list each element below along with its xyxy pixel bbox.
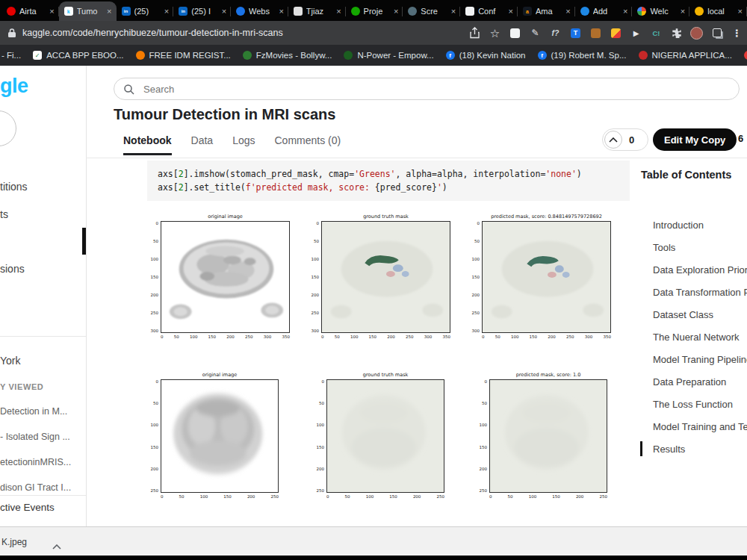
sidebar-nav-item[interactable]: titions [0, 181, 28, 193]
tab-close-icon[interactable]: × [163, 7, 170, 16]
y-tick-label: 100 [317, 423, 325, 427]
y-tick-label: 0 [485, 379, 488, 384]
browser-tab[interactable]: in(25) I× [173, 1, 231, 21]
browser-tab[interactable]: Proje× [346, 1, 403, 21]
toc-item[interactable]: Data Transformation Pip [653, 287, 747, 298]
recently-viewed-item[interactable]: - Isolated Sign ... [0, 432, 70, 442]
tab-close-icon[interactable]: × [679, 7, 686, 16]
more-icon[interactable]: ⋮ [729, 25, 745, 41]
sidebar-item[interactable]: York [0, 355, 21, 367]
recently-viewed-item[interactable]: etectioninMRIS... [0, 457, 71, 467]
toc-item[interactable]: Results [653, 444, 685, 455]
y-tick-label: 0 [322, 379, 325, 384]
browser-tab[interactable]: Webs× [231, 1, 288, 21]
shield-extension-icon[interactable] [608, 25, 624, 41]
plot-area [321, 221, 450, 333]
y-axis-ticks: 050100150200250300 [149, 221, 161, 333]
upvote-control[interactable]: 0 [602, 128, 648, 151]
notebook-tab-notebook[interactable]: Notebook [123, 134, 172, 155]
bookmark-item[interactable]: ✓ACCA BPP EBOO... [33, 51, 123, 60]
download-file-label[interactable]: K.jpeg [1, 537, 27, 547]
bookmark-star-icon[interactable]: ☆ [487, 25, 503, 41]
recently-viewed-item[interactable]: dison GI Tract I... [0, 482, 71, 493]
browser-tab[interactable]: Tjiaz× [288, 1, 346, 21]
tab-close-icon[interactable]: × [220, 7, 228, 16]
bookmark-item[interactable]: NIGERIA APPLICA... [639, 51, 732, 60]
notebook-tab-data[interactable]: Data [191, 134, 214, 155]
browser-tab[interactable]: Welc× [632, 1, 689, 21]
toc-item[interactable]: Model Traning Pipeline ( [653, 354, 747, 365]
tab-title: Tumo [77, 7, 102, 16]
tab-close-icon[interactable]: × [335, 7, 342, 16]
notebook-tab-logs[interactable]: Logs [232, 134, 255, 155]
extensions-puzzle-icon[interactable] [669, 25, 684, 41]
tab-overview-icon[interactable] [709, 25, 725, 41]
bookmark-item[interactable]: f(19) Robert M. Sp... [538, 51, 627, 60]
create-button[interactable] [0, 111, 16, 146]
download-expand-icon[interactable] [52, 539, 61, 553]
eraser-extension-icon[interactable] [507, 25, 523, 41]
x-axis-ticks: 050100150200250300350 [321, 335, 450, 339]
browser-tab[interactable]: Airta× [1, 1, 59, 21]
toc-item[interactable]: The Nueral Network [653, 332, 740, 343]
browser-tab[interactable]: in(25)× [117, 1, 174, 21]
x-tick-label: 50 [174, 335, 179, 339]
toc-item[interactable]: The Loss Function [653, 399, 733, 410]
tab-close-icon[interactable]: × [506, 7, 514, 16]
fx-extension-icon[interactable]: f? [548, 25, 563, 41]
edit-my-copy-button[interactable]: Edit My Copy [653, 128, 737, 151]
bookmark-item[interactable]: N-Power - Empow... [344, 51, 433, 60]
tab-close-icon[interactable]: × [450, 7, 457, 16]
address-url[interactable]: kaggle.com/code/henrychibueze/tumour-det… [22, 28, 283, 38]
tab-close-icon[interactable]: × [622, 7, 629, 16]
upvote-button[interactable] [604, 131, 622, 149]
play-extension-icon[interactable]: ▶ [628, 25, 644, 41]
browser-tab[interactable]: aAma× [518, 1, 575, 21]
translate-extension-icon[interactable]: T [568, 25, 583, 41]
recently-viewed-item[interactable]: Detection in M... [0, 406, 67, 417]
x-tick-label: 0 [321, 335, 324, 339]
y-tick-label: 200 [472, 293, 480, 297]
plot-area [161, 221, 290, 333]
profile-avatar[interactable] [689, 25, 704, 41]
sidebar-nav-item[interactable]: ts [0, 208, 8, 220]
browser-tab[interactable]: local× [689, 1, 747, 21]
pencil-extension-icon[interactable]: ✎ [527, 25, 543, 41]
bookmark-item[interactable]: - Fi... [1, 51, 21, 60]
share-icon[interactable] [467, 25, 483, 41]
browser-tab[interactable]: Scre× [403, 1, 460, 21]
toc-item[interactable]: Data Exploration Prior to [653, 264, 747, 276]
notebook-tab-comments-0[interactable]: Comments (0) [275, 134, 341, 155]
site-security-icon[interactable] [7, 28, 16, 38]
browser-tab[interactable]: Conf× [460, 1, 518, 21]
sidebar-nav-item[interactable]: sions [0, 263, 25, 275]
search-bar[interactable] [114, 78, 740, 100]
tab-close-icon[interactable]: × [105, 7, 113, 16]
matplotlib-figure: predicted mask, score: 1.005010015020025… [477, 372, 607, 499]
cast-extension-icon[interactable]: C! [648, 25, 664, 41]
toc-item[interactable]: Tools [653, 242, 675, 253]
y-tick-label: 100 [480, 423, 488, 427]
tab-close-icon[interactable]: × [564, 7, 571, 16]
bookmark-item[interactable]: FzMovies - Bollyw... [243, 51, 332, 60]
tab-close-icon[interactable]: × [277, 7, 285, 16]
toc-item[interactable]: Introduction [653, 220, 704, 231]
tab-close-icon[interactable]: × [392, 7, 400, 16]
sidebar-item-active-events[interactable]: ctive Events [0, 502, 55, 513]
browser-tab[interactable]: Add× [575, 1, 633, 21]
tab-close-icon[interactable]: × [48, 7, 55, 16]
bookmark-item[interactable]: [PDF] Microsof... [744, 51, 747, 60]
kaggle-logo[interactable]: gle [0, 75, 28, 98]
y-tick-label: 50 [482, 401, 487, 405]
toc-item[interactable]: Data Preparation [653, 376, 726, 388]
bookmark-item[interactable]: FREE IDM REGIST... [136, 51, 231, 60]
search-input[interactable] [142, 83, 698, 96]
toc-item[interactable]: Dataset Class [653, 309, 713, 320]
browser-tab[interactable]: kTumo× [59, 1, 117, 21]
y-tick-label: 100 [472, 257, 480, 261]
bookmark-item[interactable]: f(18) Kevin Nation [446, 51, 526, 60]
notebook-title: Tumour Detection in MRI scans [114, 106, 335, 123]
tab-close-icon[interactable]: × [737, 7, 744, 16]
image-extension-icon[interactable] [588, 25, 604, 41]
toc-item[interactable]: Model Training and Test [653, 421, 747, 432]
